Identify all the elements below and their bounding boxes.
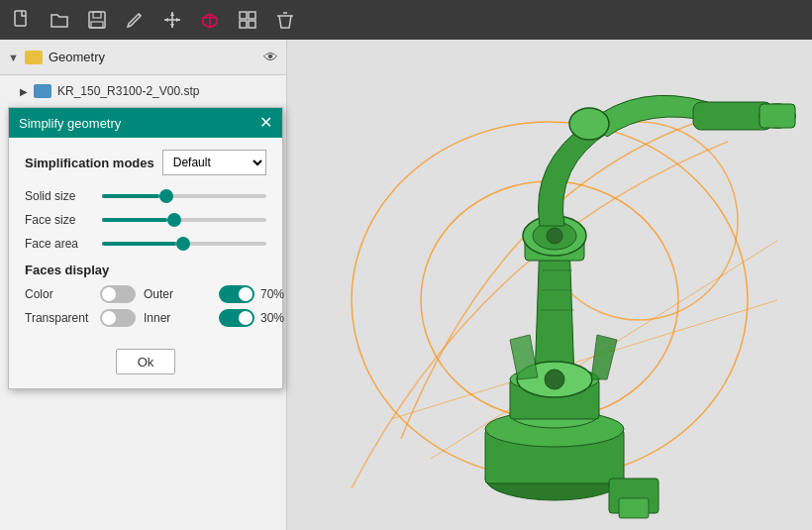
face-size-thumb: [167, 213, 181, 227]
folder-icon: [25, 51, 43, 64]
stp-file-label: KR_150_R3100-2_V00.stp: [57, 84, 199, 98]
svg-rect-13: [240, 12, 247, 19]
svg-rect-3: [91, 22, 103, 28]
outer-toggle-knob: [239, 287, 253, 301]
stp-file-icon: [34, 84, 51, 98]
geometry-label: Geometry: [49, 50, 257, 64]
svg-marker-7: [170, 12, 174, 16]
solid-size-label: Solid size: [25, 189, 94, 203]
svg-rect-14: [249, 12, 255, 19]
modes-label: Simplification modes: [25, 156, 154, 170]
robot-container: KUKA: [287, 40, 812, 530]
dialog-body: Simplification modes Default Custom Fast…: [9, 138, 282, 339]
outer-row: Outer 70%: [144, 285, 290, 303]
face-area-track[interactable]: [102, 242, 266, 246]
edit-icon[interactable]: [123, 8, 147, 32]
delete-icon[interactable]: [273, 8, 297, 32]
dialog-title: Simplify geometry: [19, 116, 121, 131]
transparent-toggle-knob: [102, 311, 116, 325]
color-row: Color: [25, 285, 136, 303]
color-label: Color: [25, 287, 94, 301]
modes-select[interactable]: Default Custom Fast: [162, 150, 266, 175]
viewport[interactable]: KUKA: [287, 40, 812, 530]
svg-marker-8: [170, 24, 174, 28]
dialog-close-button[interactable]: ✕: [259, 115, 272, 131]
inner-toggle-knob: [239, 311, 253, 325]
robot-svg: KUKA: [302, 43, 797, 528]
solid-size-row: Solid size: [25, 189, 266, 203]
svg-point-44: [547, 228, 562, 244]
face-size-row: Face size: [25, 213, 266, 227]
faces-grid: Color Outer 70%: [25, 285, 266, 327]
outer-toggle[interactable]: [219, 285, 254, 303]
svg-rect-43: [619, 498, 649, 518]
transparent-row: Transparent: [25, 309, 136, 327]
solid-size-thumb: [159, 189, 173, 203]
solid-size-track[interactable]: [102, 194, 266, 198]
svg-marker-10: [176, 18, 180, 22]
move-icon[interactable]: [160, 8, 184, 32]
tree-header: ▼ Geometry 👁: [0, 40, 286, 75]
face-size-track[interactable]: [102, 218, 266, 222]
open-folder-icon[interactable]: [48, 8, 71, 32]
transparent-label: Transparent: [25, 311, 94, 325]
svg-rect-16: [249, 21, 255, 28]
save-icon[interactable]: [85, 8, 109, 32]
faces-display-title: Faces display: [25, 263, 266, 277]
color-toggle[interactable]: [100, 285, 136, 303]
inner-row: Inner 30%: [144, 309, 290, 327]
face-size-label: Face size: [25, 213, 94, 227]
grid-icon[interactable]: [236, 8, 259, 32]
tree-collapse-arrow[interactable]: ▼: [8, 52, 19, 63]
outer-value: 70%: [260, 287, 290, 301]
svg-point-33: [569, 108, 609, 140]
new-file-icon[interactable]: [10, 8, 34, 32]
toolbar: [0, 0, 812, 40]
3d-box-icon[interactable]: [198, 8, 222, 32]
dialog-header: Simplify geometry ✕: [9, 108, 282, 138]
svg-rect-0: [15, 11, 26, 26]
inner-value: 30%: [260, 311, 290, 325]
svg-rect-15: [240, 21, 247, 28]
face-area-row: Face area: [25, 237, 266, 251]
outer-label: Outer: [144, 287, 213, 301]
modes-row: Simplification modes Default Custom Fast: [25, 150, 266, 175]
tree-item[interactable]: ▶ KR_150_R3100-2_V00.stp: [0, 75, 286, 107]
face-size-fill: [102, 218, 167, 222]
simplify-geometry-dialog: Simplify geometry ✕ Simplification modes…: [8, 107, 283, 389]
svg-point-45: [545, 370, 564, 389]
inner-toggle[interactable]: [219, 309, 254, 327]
inner-label: Inner: [144, 311, 213, 325]
visibility-eye-icon[interactable]: 👁: [263, 49, 278, 65]
main-area: ▼ Geometry 👁 ▶ KR_150_R3100-2_V00.stp Si…: [0, 40, 812, 530]
transparent-toggle[interactable]: [100, 309, 136, 327]
face-area-fill: [102, 242, 176, 246]
color-toggle-knob: [102, 287, 116, 301]
svg-line-4: [139, 14, 141, 16]
svg-rect-36: [760, 104, 795, 128]
left-panel: ▼ Geometry 👁 ▶ KR_150_R3100-2_V00.stp Si…: [0, 40, 287, 530]
solid-size-fill: [102, 194, 159, 198]
face-area-thumb: [176, 237, 190, 251]
svg-rect-2: [93, 12, 101, 18]
ok-button[interactable]: Ok: [116, 349, 175, 374]
face-area-label: Face area: [25, 237, 94, 251]
tree-item-arrow: ▶: [20, 86, 28, 97]
svg-marker-9: [164, 18, 168, 22]
dialog-footer: Ok: [9, 339, 282, 388]
